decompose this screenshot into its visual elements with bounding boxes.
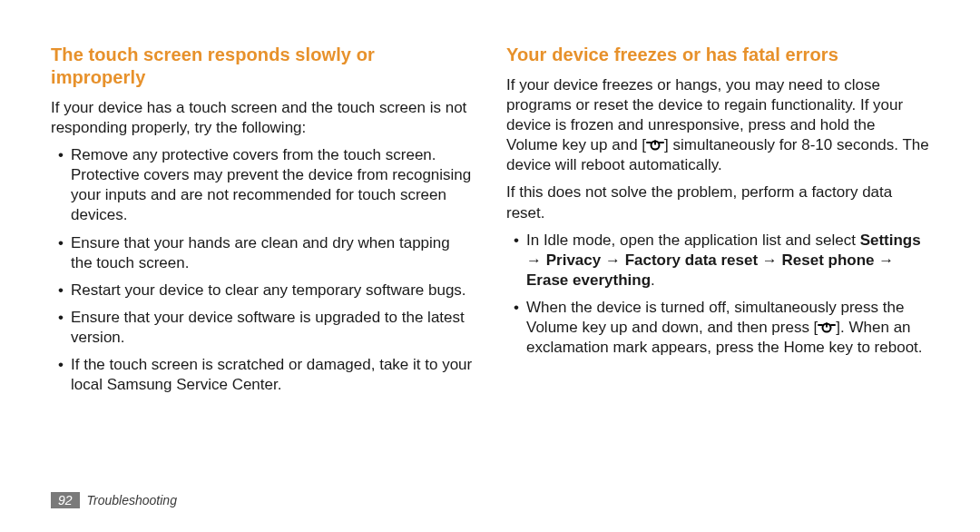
power-icon [646, 139, 664, 152]
svg-rect-3 [654, 141, 656, 145]
manual-page: The touch screen responds slowly or impr… [0, 0, 980, 532]
power-icon [818, 321, 836, 334]
text-fragment: . [651, 271, 655, 289]
right-column: Your device freezes or has fatal errors … [506, 44, 929, 402]
text-fragment: In Idle mode, open the application list … [526, 232, 860, 249]
left-column: The touch screen responds slowly or impr… [51, 44, 474, 402]
bullets-freeze: In Idle mode, open the application list … [506, 231, 929, 359]
list-item: Ensure that your hands are clean and dry… [51, 233, 474, 273]
intro-touchscreen: If your device has a touch screen and th… [51, 98, 474, 138]
para-freeze-1: If your device freezes or hangs, you may… [506, 75, 929, 175]
heading-freeze: Your device freezes or has fatal errors [506, 44, 929, 66]
list-item: Remove any protective covers from the to… [51, 145, 474, 225]
list-item: Ensure that your device software is upgr… [51, 308, 474, 348]
list-item: Restart your device to clear any tempora… [51, 281, 474, 300]
page-footer: 92 Troubleshooting [51, 492, 177, 508]
bullets-touchscreen: Remove any protective covers from the to… [51, 145, 474, 395]
list-item: When the device is turned off, simultane… [506, 298, 929, 358]
list-item: In Idle mode, open the application list … [506, 231, 929, 291]
svg-rect-7 [826, 323, 828, 328]
list-item: If the touch screen is scratched or dama… [51, 355, 474, 395]
heading-touchscreen: The touch screen responds slowly or impr… [51, 44, 474, 89]
para-freeze-2: If this does not solve the problem, perf… [506, 182, 929, 222]
two-column-layout: The touch screen responds slowly or impr… [51, 44, 929, 402]
page-number: 92 [51, 492, 80, 508]
footer-section-label: Troubleshooting [87, 493, 177, 507]
